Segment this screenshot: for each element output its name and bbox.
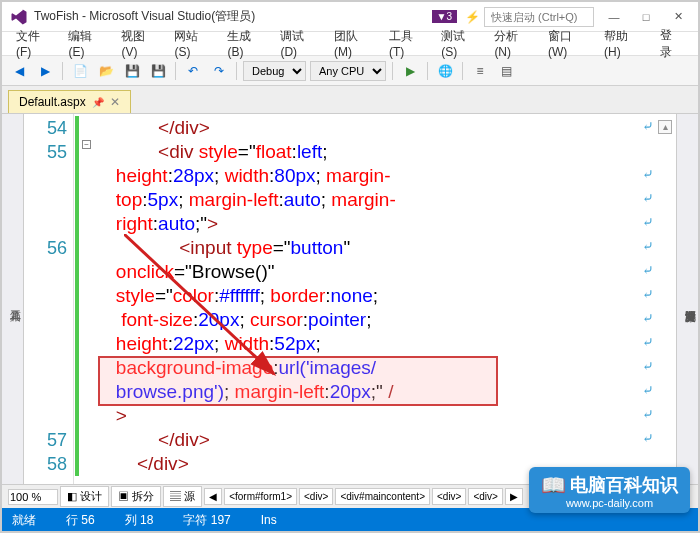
statusbar: 就绪 行 56 列 18 字符 197 Ins bbox=[2, 508, 698, 532]
code-line[interactable]: height:28px; width:80px; margin- bbox=[100, 164, 670, 188]
code-line[interactable]: font-size:20px; cursor:pointer; bbox=[100, 308, 670, 332]
code-line[interactable]: </div> bbox=[100, 452, 670, 476]
code-line[interactable]: <div style="float:left; bbox=[100, 140, 670, 164]
menu-view[interactable]: 视图(V) bbox=[113, 26, 166, 61]
crumb-form[interactable]: <form#form1> bbox=[224, 488, 297, 505]
solution-explorer-tab[interactable]: 解决方案资源管理器 bbox=[683, 120, 698, 484]
code-line[interactable]: right:auto;"> bbox=[100, 212, 670, 236]
close-tab-icon[interactable]: ✕ bbox=[110, 95, 120, 109]
code-line[interactable]: onclick="Browse()" bbox=[100, 260, 670, 284]
close-button[interactable]: ✕ bbox=[666, 7, 690, 27]
status-char: 字符 197 bbox=[183, 512, 230, 529]
crumb-main[interactable]: <div#maincontent> bbox=[335, 488, 430, 505]
paragraph-marks: ⤶⤶⤶⤶⤶⤶⤶⤶⤶⤶⤶⤶⤶ bbox=[642, 118, 654, 454]
menu-window[interactable]: 窗口(W) bbox=[540, 26, 596, 61]
menu-build[interactable]: 生成(B) bbox=[219, 26, 272, 61]
open-button[interactable]: 📂 bbox=[95, 60, 117, 82]
menu-team[interactable]: 团队(M) bbox=[326, 26, 381, 61]
separator bbox=[175, 62, 176, 80]
separator bbox=[236, 62, 237, 80]
quick-launch-icon: ⚡ bbox=[465, 10, 480, 24]
pin-icon[interactable]: 📌 bbox=[92, 97, 104, 108]
line-number: 56 bbox=[24, 236, 67, 428]
minimize-button[interactable]: — bbox=[602, 7, 626, 27]
right-panel-tabs: 解决方案资源管理器 团队资源管理器 属性 bbox=[676, 114, 698, 484]
forward-button[interactable]: ▶ bbox=[34, 60, 56, 82]
menu-tools[interactable]: 工具(T) bbox=[381, 26, 433, 61]
notification-badge[interactable]: ▼3 bbox=[432, 10, 457, 23]
redo-button[interactable]: ↷ bbox=[208, 60, 230, 82]
menu-debug[interactable]: 调试(D) bbox=[272, 26, 326, 61]
code-line[interactable]: height:22px; width:52px; bbox=[100, 332, 670, 356]
save-button[interactable]: 💾 bbox=[121, 60, 143, 82]
start-button[interactable]: ▶ bbox=[399, 60, 421, 82]
status-mode: Ins bbox=[261, 513, 277, 527]
view-split[interactable]: ▣ 拆分 bbox=[111, 486, 161, 507]
view-design[interactable]: ◧ 设计 bbox=[60, 486, 109, 507]
separator bbox=[462, 62, 463, 80]
line-number: 57 bbox=[24, 428, 67, 452]
config-select[interactable]: Debug bbox=[243, 61, 306, 81]
outline-gutter: − bbox=[80, 114, 94, 484]
collapse-toggle[interactable]: − bbox=[82, 140, 91, 149]
separator bbox=[427, 62, 428, 80]
vs-icon bbox=[10, 8, 28, 26]
signin-button[interactable]: 登录 bbox=[650, 25, 692, 63]
status-text: 就绪 bbox=[12, 512, 36, 529]
undo-button[interactable]: ↶ bbox=[182, 60, 204, 82]
back-button[interactable]: ◀ bbox=[8, 60, 30, 82]
crumb-div1[interactable]: <div> bbox=[299, 488, 333, 505]
view-switcher: ◧ 设计 ▣ 拆分 ▤ 源 ◀ <form#form1> <div> <div#… bbox=[2, 484, 698, 508]
comment-button[interactable]: ▤ bbox=[495, 60, 517, 82]
quick-launch-input[interactable] bbox=[484, 7, 594, 27]
zoom-input[interactable] bbox=[8, 489, 58, 505]
tab-default-aspx[interactable]: Default.aspx 📌 ✕ bbox=[8, 90, 131, 113]
menu-file[interactable]: 文件(F) bbox=[8, 26, 60, 61]
document-tabstrip: Default.aspx 📌 ✕ bbox=[2, 86, 698, 114]
menu-site[interactable]: 网站(S) bbox=[166, 26, 219, 61]
crumb-div2[interactable]: <div> bbox=[432, 488, 466, 505]
status-col: 列 18 bbox=[125, 512, 154, 529]
code-editor[interactable]: 54 55 56 57 58 − </div> <div style="floa… bbox=[24, 114, 676, 484]
line-number: 58 bbox=[24, 452, 67, 476]
new-item-button[interactable]: 📄 bbox=[69, 60, 91, 82]
scroll-up-icon[interactable]: ▴ bbox=[658, 120, 672, 134]
crumb-next[interactable]: ▶ bbox=[505, 488, 523, 505]
separator bbox=[392, 62, 393, 80]
code-line[interactable]: browse.png'); margin-left:20px;" / bbox=[100, 380, 670, 404]
crumb-prev[interactable]: ◀ bbox=[204, 488, 222, 505]
menu-test[interactable]: 测试(S) bbox=[433, 26, 486, 61]
browser-button[interactable]: 🌐 bbox=[434, 60, 456, 82]
menu-analyze[interactable]: 分析(N) bbox=[486, 26, 540, 61]
toolbox-panel-tab[interactable]: 工具箱 bbox=[2, 114, 24, 484]
line-number: 55 bbox=[24, 140, 67, 236]
code-line[interactable]: </div> bbox=[100, 116, 670, 140]
maximize-button[interactable]: □ bbox=[634, 7, 658, 27]
code-line[interactable]: style="color:#ffffff; border:none; bbox=[100, 284, 670, 308]
menu-help[interactable]: 帮助(H) bbox=[596, 26, 650, 61]
code-line[interactable]: > bbox=[100, 404, 670, 428]
menu-edit[interactable]: 编辑(E) bbox=[60, 26, 113, 61]
platform-select[interactable]: Any CPU bbox=[310, 61, 386, 81]
code-line[interactable]: background-image:url('images/ bbox=[100, 356, 670, 380]
code-line[interactable]: </div> bbox=[100, 428, 670, 452]
code-line[interactable]: top:5px; margin-left:auto; margin- bbox=[100, 188, 670, 212]
tab-label: Default.aspx bbox=[19, 95, 86, 109]
breadcrumb-nav: ◀ <form#form1> <div> <div#maincontent> <… bbox=[204, 488, 523, 505]
line-number-gutter: 54 55 56 57 58 bbox=[24, 114, 74, 484]
line-number: 54 bbox=[24, 116, 67, 140]
view-source[interactable]: ▤ 源 bbox=[163, 486, 202, 507]
code-content[interactable]: </div> <div style="float:left; height:28… bbox=[94, 114, 676, 484]
window-title: TwoFish - Microsoft Visual Studio(管理员) bbox=[34, 8, 428, 25]
vertical-scrollbar[interactable]: ▴ bbox=[658, 120, 674, 478]
code-line[interactable]: <input type="button" bbox=[100, 236, 670, 260]
format-button[interactable]: ≡ bbox=[469, 60, 491, 82]
menubar: 文件(F) 编辑(E) 视图(V) 网站(S) 生成(B) 调试(D) 团队(M… bbox=[2, 32, 698, 56]
save-all-button[interactable]: 💾 bbox=[147, 60, 169, 82]
main-area: 工具箱 54 55 56 57 58 − </div> <div style="… bbox=[2, 114, 698, 484]
crumb-div3[interactable]: <div> bbox=[468, 488, 502, 505]
status-line: 行 56 bbox=[66, 512, 95, 529]
separator bbox=[62, 62, 63, 80]
